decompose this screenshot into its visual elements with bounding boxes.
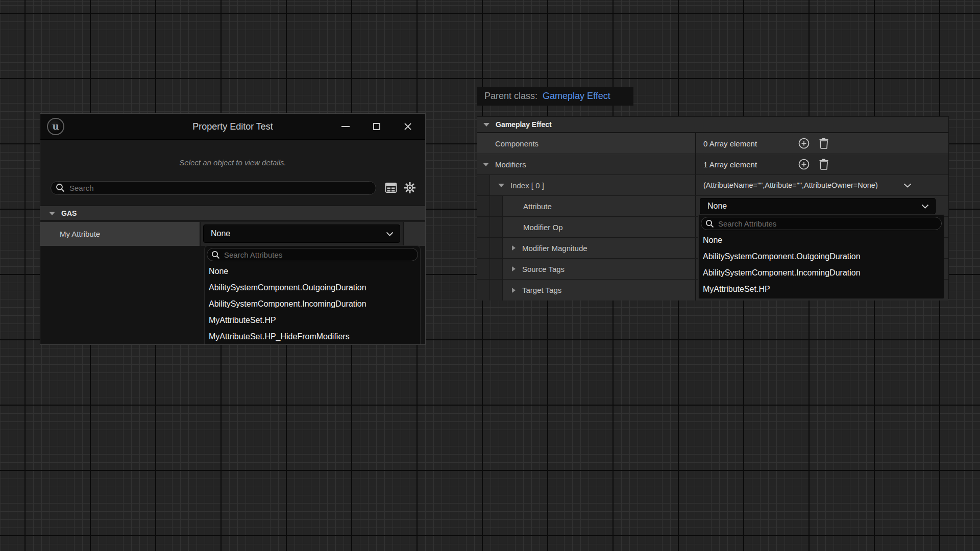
modifiers-array-count: 1 Array element: [696, 160, 798, 169]
property-editor-window: u Property Editor Test Select an object …: [40, 113, 426, 345]
my-attribute-label: My Attribute: [60, 230, 100, 238]
target-tags-label: Target Tags: [522, 286, 561, 294]
maximize-icon: [373, 123, 380, 130]
dropdown-item[interactable]: AbilitySystemComponent.IncomingDuration: [205, 296, 420, 312]
settings-button[interactable]: [404, 182, 416, 194]
triangle-down-icon[interactable]: [483, 163, 489, 166]
parent-class-link[interactable]: Gameplay Effect: [543, 91, 610, 102]
triangle-right-icon[interactable]: [512, 245, 516, 251]
indent-guide: [490, 280, 503, 300]
window-titlebar[interactable]: u Property Editor Test: [40, 114, 425, 140]
modifier-magnitude-label: Modifier Magnitude: [522, 244, 587, 253]
window-body: Select an object to view details.: [40, 140, 425, 345]
dropdown-item[interactable]: AbilitySystemComponent.OutgoingDuration: [205, 280, 420, 296]
table-grid-icon: [385, 182, 397, 193]
triangle-down-icon[interactable]: [498, 184, 504, 187]
chevron-down-icon: [386, 232, 394, 236]
unreal-editor-canvas: { "colors": { "accent_link": "#5b92e5", …: [0, 0, 980, 551]
indent-guide: [477, 280, 490, 300]
gear-icon: [404, 182, 416, 194]
row-components: Components 0 Array element: [477, 133, 948, 154]
indent-guide: [477, 238, 490, 258]
search-icon: [56, 183, 65, 192]
category-header-gas[interactable]: GAS: [40, 206, 425, 221]
close-icon: [404, 122, 412, 131]
attributes-search-input[interactable]: [223, 250, 418, 260]
minimize-button[interactable]: [341, 126, 350, 127]
attribute-struct-value: (AttributeName="",Attribute="",Attribute…: [696, 181, 878, 189]
add-element-button[interactable]: [798, 158, 810, 170]
view-options-button[interactable]: [385, 182, 397, 193]
dropdown-item[interactable]: MyAttributeSet.HP: [205, 312, 420, 329]
dropdown-item[interactable]: MyAttributeSet.HP: [699, 281, 944, 297]
indent-guide: [477, 175, 490, 195]
search-icon: [705, 219, 714, 228]
indent-guide: [490, 259, 503, 279]
attribute-combobox[interactable]: None: [700, 198, 936, 214]
indent-guide: [477, 217, 490, 237]
details-search-field[interactable]: [51, 181, 376, 195]
components-array-count: 0 Array element: [696, 139, 798, 148]
close-button[interactable]: [404, 122, 412, 131]
triangle-right-icon[interactable]: [512, 288, 516, 293]
modifiers-label: Modifiers: [495, 160, 526, 169]
triangle-right-icon[interactable]: [512, 266, 516, 271]
components-label: Components: [495, 139, 538, 148]
my-attribute-dropdown-menu: None AbilitySystemComponent.OutgoingDura…: [204, 245, 421, 345]
row-modifiers: Modifiers 1 Array element: [477, 154, 948, 175]
add-element-button[interactable]: [798, 137, 810, 149]
attributes-search-field[interactable]: [207, 248, 418, 261]
dropdown-item[interactable]: AbilitySystemComponent.IncomingDuration: [699, 265, 944, 281]
minimize-icon: [341, 126, 350, 127]
chevron-down-icon: [921, 204, 929, 209]
row-attribute: Attribute None: [477, 196, 948, 217]
delete-elements-button[interactable]: [818, 137, 829, 149]
attributes-search-field[interactable]: [701, 217, 942, 230]
parent-class-bar: Parent class: Gameplay Effect: [477, 87, 633, 106]
source-tags-label: Source Tags: [522, 265, 565, 273]
indent-guide: [490, 196, 503, 216]
delete-elements-button[interactable]: [818, 158, 829, 170]
indent-guide: [490, 238, 503, 258]
dropdown-item[interactable]: MyAttributeSet.HP_HideFromModifiers: [205, 329, 420, 345]
parent-class-label: Parent class:: [484, 91, 537, 102]
my-attribute-combobox[interactable]: None: [203, 224, 400, 243]
category-header-gameplay-effect[interactable]: Gameplay Effect: [477, 117, 948, 133]
dropdown-item[interactable]: AbilitySystemComponent.OutgoingDuration: [699, 248, 944, 265]
attribute-dropdown-menu: None AbilitySystemComponent.OutgoingDura…: [698, 214, 944, 299]
details-hint-text: Select an object to view details.: [40, 158, 425, 167]
search-icon: [211, 251, 220, 259]
indent-guide: [490, 217, 503, 237]
indent-guide: [477, 259, 490, 279]
maximize-button[interactable]: [373, 123, 380, 130]
row-end-spacer: [403, 222, 425, 246]
attribute-label: Attribute: [523, 202, 552, 211]
attributes-search-input[interactable]: [717, 219, 941, 229]
indent-guide: [477, 196, 490, 216]
dropdown-item[interactable]: None: [205, 263, 420, 280]
details-search-input[interactable]: [68, 183, 376, 193]
dropdown-item[interactable]: None: [699, 232, 944, 248]
modifier-op-label: Modifier Op: [523, 223, 563, 232]
triangle-down-icon: [483, 123, 489, 127]
row-index-0: Index [ 0 ] (AttributeName="",Attribute=…: [477, 175, 948, 196]
index-label: Index [ 0 ]: [510, 181, 544, 190]
chevron-down-icon[interactable]: [903, 183, 912, 188]
triangle-down-icon: [49, 212, 55, 215]
row-my-attribute: My Attribute None: [40, 222, 425, 246]
